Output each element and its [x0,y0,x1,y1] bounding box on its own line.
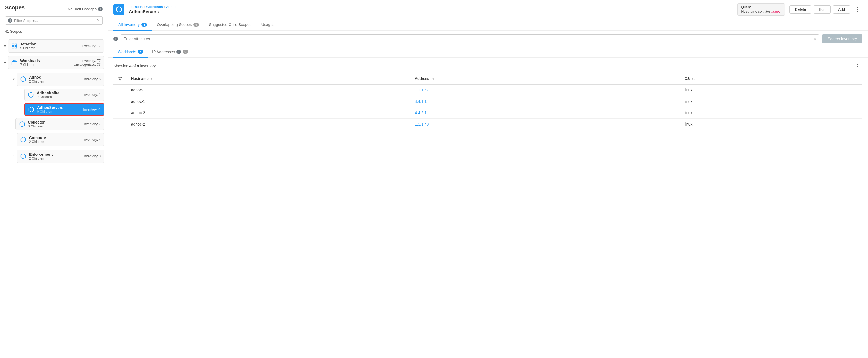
search-input-wrap[interactable]: × [121,34,819,43]
cube-icon-adhockafka [28,92,34,98]
scope-card-adhoc[interactable]: Adhoc 2 Children Inventory: 5 [17,73,104,86]
sidebar: Scopes No Draft Changes i i × 41 Scopes … [0,0,108,358]
workloads-children: ▾ Adhoc 2 Children Inventory: 5 [0,71,107,165]
scope-card-enforcement[interactable]: Enforcement 2 Children Inventory: 0 [17,149,104,163]
row-hostname-2: adhoc-2 [127,107,410,118]
row-os-2: linux [680,107,863,118]
search-input[interactable] [124,36,812,41]
scope-children-adhoc: 2 Children [29,80,81,83]
scope-children-adhockafka: 0 Children [37,95,81,99]
table-area: Showing 4 of 4 inventory ⋮ ▽ Hostname ↑ [108,58,868,358]
scope-inventory-enforcement: Inventory: 0 [83,154,101,158]
sort-icon-os: ↑↓ [692,77,695,80]
sub-tab-badge-workloads: 4 [138,50,143,54]
filter-info-icon: i [8,18,12,23]
search-inventory-button[interactable]: Search Inventory [822,34,863,43]
scope-row-collector[interactable]: Collector 0 Children Inventory: 7 [9,117,107,131]
row-address-3[interactable]: 1.1.1.48 [410,118,680,130]
svg-rect-4 [12,61,17,65]
cube-icon-enforcement [20,153,26,159]
row-os-0: linux [680,84,863,96]
scope-row-adhoc[interactable]: ▾ Adhoc 2 Children Inventory: 5 [9,71,107,88]
chevron-tetration[interactable]: ▾ [2,44,8,48]
row-address-2[interactable]: 4.4.2.1 [410,107,680,118]
tab-usages[interactable]: Usages [256,19,279,31]
scope-row-workloads[interactable]: ▾ Workloads 7 Children Inventory: 77 Unc… [0,54,107,71]
tab-all-inventory[interactable]: All Inventory 4 [114,19,152,31]
table-row: adhoc-1 4.4.1.1 linux [114,96,863,107]
more-options-button[interactable]: ⋮ [852,5,863,14]
scope-name-collector: Collector [28,120,81,125]
table-more-button[interactable]: ⋮ [852,61,863,71]
breadcrumb-tetration[interactable]: Tetration [129,5,143,9]
scope-card-workloads[interactable]: Workloads 7 Children Inventory: 77 Uncat… [8,56,104,69]
cube-icon-adhocservers [28,106,34,112]
chevron-adhoc[interactable]: ▾ [11,77,17,81]
scope-name-adhocservers: AdhocServers [37,105,80,110]
showing-label: Showing 4 of 4 inventory ⋮ [114,58,863,73]
query-box: Query Hostname contains adhoc- [738,3,785,16]
scope-row-adhocservers[interactable]: AdhocServers 0 Children Inventory: 4 [18,102,107,117]
scope-card-collector[interactable]: Collector 0 Children Inventory: 7 [16,118,104,130]
search-clear-button[interactable]: × [814,36,816,41]
sub-tab-ip-addresses[interactable]: IP Addresses i 0 [148,47,192,58]
scope-row-compute[interactable]: › Compute 2 Children Inventory: 4 [9,131,107,148]
scope-card-adhocservers[interactable]: AdhocServers 0 Children Inventory: 4 [24,103,104,116]
col-address[interactable]: Address ↑↓ [410,73,680,84]
row-address-0[interactable]: 1.1.1.47 [410,84,680,96]
scope-count: 41 Scopes [0,27,107,35]
cube-icon-adhoc [20,76,26,82]
add-button[interactable]: Add [833,5,850,13]
col-hostname[interactable]: Hostname ↑ [127,73,410,84]
breadcrumb-adhoc[interactable]: Adhoc [166,5,176,9]
filter-input[interactable] [14,19,95,23]
scope-card-tetration[interactable]: Tetration 5 Children Inventory: 77 [8,39,104,53]
tab-suggested-child-scopes[interactable]: Suggested Child Scopes [204,19,256,31]
table-row: adhoc-1 1.1.1.47 linux [114,84,863,96]
scope-inventory-adhockafka: Inventory: 1 [83,93,101,97]
sub-tab-badge-ip: 0 [183,50,188,54]
scope-children-enforcement: 2 Children [29,157,81,160]
breadcrumb-workloads[interactable]: Workloads [146,5,163,9]
filter-bar[interactable]: i × [5,16,103,25]
topbar: Tetration : Workloads : Adhoc AdhocServe… [108,0,868,19]
row-hostname-1: adhoc-1 [127,96,410,107]
delete-button[interactable]: Delete [789,5,811,13]
filter-icon-header: ▽ [114,73,127,84]
chevron-enforcement[interactable]: › [11,154,17,158]
chevron-compute[interactable]: › [11,138,17,142]
filter-clear-button[interactable]: × [97,18,100,23]
query-label: Query [741,5,781,9]
cube-icon-tetration [11,43,18,49]
breadcrumb: Tetration : Workloads : Adhoc AdhocServe… [129,5,733,15]
scope-children-adhocservers: 0 Children [37,110,80,114]
sub-tab-workloads[interactable]: Workloads 4 [114,47,148,58]
row-filter-cell-1 [114,96,127,107]
chevron-workloads[interactable]: ▾ [2,61,8,64]
main-content: Tetration : Workloads : Adhoc AdhocServe… [108,0,868,358]
filter-icon[interactable]: ▽ [118,76,122,81]
scope-card-adhockafka[interactable]: AdhocKafka 0 Children Inventory: 1 [24,89,104,101]
scope-card-compute[interactable]: Compute 2 Children Inventory: 4 [17,133,104,146]
query-value: Hostname contains adhoc- [741,10,781,13]
adhoc-children: AdhocKafka 0 Children Inventory: 1 [9,88,107,117]
search-bar: i × Search Inventory [108,31,868,47]
scope-breadcrumb-icon [114,4,124,15]
row-address-1[interactable]: 4.4.1.1 [410,96,680,107]
cube-icon-workloads [11,60,18,66]
scope-row-enforcement[interactable]: › Enforcement 2 Children Inventory: 0 [9,148,107,165]
scope-row-tetration[interactable]: ▾ Tetration 5 Children Inventory: 77 [0,38,107,54]
search-info-icon: i [114,36,118,41]
main-tabs: All Inventory 4 Overlapping Scopes 0 Sug… [108,19,868,31]
scope-inventory-collector: Inventory: 7 [83,122,101,126]
col-os[interactable]: OS ↑↓ [680,73,863,84]
ip-addresses-info-icon: i [177,50,181,54]
sidebar-content: ▾ Tetration 5 Children Inventory: 77 [0,35,107,358]
sidebar-header: Scopes No Draft Changes i i × [0,0,107,27]
tab-overlapping-scopes[interactable]: Overlapping Scopes 0 [152,19,204,31]
query-term: adhoc- [772,10,782,13]
scope-row-adhockafka[interactable]: AdhocKafka 0 Children Inventory: 1 [18,88,107,102]
cube-icon-collector [19,121,25,127]
edit-button[interactable]: Edit [813,5,831,13]
breadcrumb-current: AdhocServers [129,9,733,15]
